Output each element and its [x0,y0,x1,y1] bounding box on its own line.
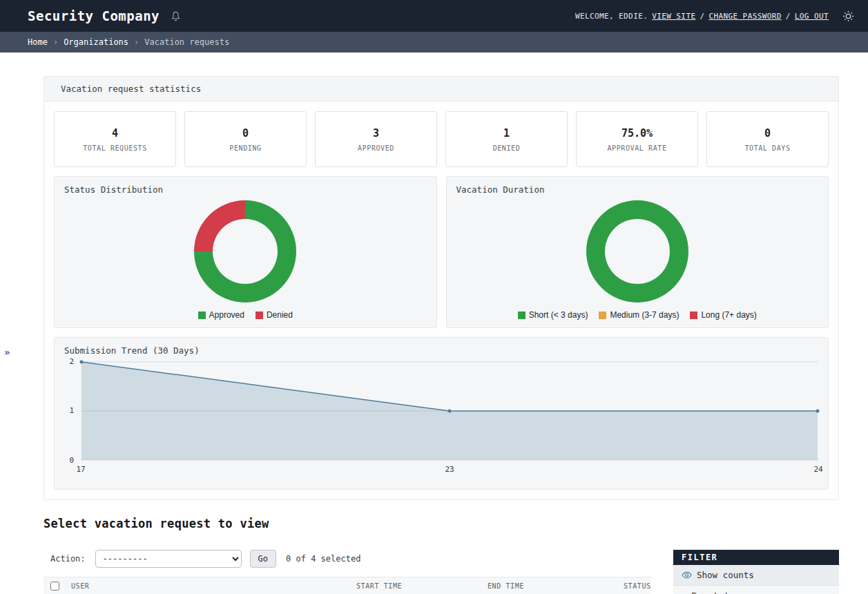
column-header-status[interactable]: STATUS [619,577,651,594]
filter-section-label: By status [691,591,740,594]
stat-value: 0 [764,127,771,140]
chart-title: Status Distribution [64,184,427,195]
status-distribution-legend: Approved Denied [64,310,427,320]
action-label: Action: [50,554,86,564]
x-tick: 24 [813,465,822,474]
donut-hole [605,219,670,284]
app-header: Security Company WELCOME, EDDIE. VIEW SI… [0,0,868,32]
legend-label: Short (< 3 days) [529,310,588,320]
eye-icon [682,571,692,579]
sidebar-expand-toggle[interactable]: » [4,347,10,357]
theme-toggle-sun-icon[interactable] [842,10,854,22]
legend-label: Long (7+ days) [701,310,756,320]
legend-item: Denied [255,310,293,320]
breadcrumb-home[interactable]: Home [28,37,48,47]
breadcrumb-separator: › [134,37,139,47]
user-tools: WELCOME, EDDIE. VIEW SITE / CHANGE PASSW… [575,10,854,22]
table-header-row: USER START TIME END TIME STATUS [44,577,651,594]
vacation-duration-legend: Short (< 3 days) Medium (3-7 days) Long … [456,310,819,320]
stat-pending: 0 PENDING [184,111,307,167]
filter-sidebar: FILTER Show counts ↓ By status [673,550,839,594]
column-header-start-time[interactable]: START TIME [352,577,483,594]
view-site-link[interactable]: VIEW SITE [652,12,695,21]
status-distribution-panel: Status Distribution Approved Denied [54,176,437,328]
stat-total-requests: 4 TOTAL REQUESTS [54,111,176,167]
statistics-module: Vacation request statistics 4 TOTAL REQU… [44,76,839,500]
legend-swatch-long [690,312,697,319]
changelist-column: Action: --------- Go 0 of 4 selected US [44,550,651,594]
legend-label: Approved [209,310,244,320]
show-counts-toggle[interactable]: Show counts [673,565,839,586]
y-tick: 2 [69,357,74,366]
legend-swatch-denied [255,312,263,319]
column-header-end-time[interactable]: END TIME [483,577,619,594]
trend-plot: 17 23 24 [81,361,818,477]
stat-value: 0 [242,127,249,140]
notification-bell-icon[interactable] [171,11,181,21]
chart-title: Vacation Duration [456,184,819,195]
actions-bar: Action: --------- Go 0 of 4 selected [44,550,651,568]
statistics-module-header: Vacation request statistics [44,77,838,102]
log-out-link[interactable]: LOG OUT [795,12,829,21]
stat-total-days: 0 TOTAL DAYS [706,111,829,167]
stat-label: APPROVED [358,144,394,152]
filter-title: FILTER [673,550,839,565]
stat-label: TOTAL DAYS [744,144,790,152]
stat-label: PENDING [229,144,261,152]
changelist-area: Action: --------- Go 0 of 4 selected US [44,550,839,594]
site-title[interactable]: Security Company [28,8,160,23]
stat-approval-rate: 75.0% APPROVAL RATE [576,111,698,167]
submission-trend-chart: 2 1 0 17 23 24 [64,361,818,477]
results-table: USER START TIME END TIME STATUS [44,577,651,594]
stat-value: 3 [373,127,379,140]
trend-line-svg [81,361,818,461]
legend-item: Short (< 3 days) [518,310,588,320]
column-header-user[interactable]: USER [67,577,352,594]
legend-swatch-approved [198,312,206,319]
legend-item: Approved [198,310,244,320]
go-button[interactable]: Go [250,550,276,568]
legend-item: Long (7+ days) [690,310,756,320]
selection-note: 0 of 4 selected [286,554,360,564]
vacation-duration-panel: Vacation Duration Short (< 3 days) Mediu… [446,176,829,328]
main-content: Vacation request statistics 4 TOTAL REQU… [0,52,868,594]
trend-x-axis: 17 23 24 [81,465,818,477]
trend-y-axis: 2 1 0 [64,361,75,461]
legend-swatch-medium [599,312,606,319]
breadcrumb-separator: › [53,37,58,47]
stat-value: 4 [112,127,118,140]
stat-label: DENIED [493,144,521,152]
welcome-text: WELCOME, EDDIE. [575,12,648,21]
submission-trend-panel: Submission Trend (30 Days) 2 1 0 17 23 2… [54,337,829,490]
stat-value: 1 [503,127,510,140]
stat-approved: 3 APPROVED [315,111,437,167]
legend-label: Medium (3-7 days) [610,310,679,320]
breadcrumb-current: Vacation requests [144,37,229,47]
tools-separator: / [786,12,791,21]
stat-boxes: 4 TOTAL REQUESTS 0 PENDING 3 APPROVED 1 … [54,111,829,167]
breadcrumb-organizations[interactable]: Organizations [64,37,128,47]
select-all-cell [44,577,67,594]
stat-label: APPROVAL RATE [607,144,666,152]
change-password-link[interactable]: CHANGE PASSWORD [708,12,781,21]
stat-value: 75.0% [621,127,653,140]
y-tick: 0 [69,456,74,465]
filter-section-by-status[interactable]: ↓ By status [673,586,839,594]
action-select[interactable]: --------- [95,550,242,568]
tools-separator: / [700,12,704,21]
legend-item: Medium (3-7 days) [599,310,679,320]
x-tick: 17 [76,465,85,474]
donut-hole [213,219,278,284]
legend-label: Denied [267,310,293,320]
select-all-checkbox[interactable] [50,582,59,591]
chart-title: Submission Trend (30 Days) [64,345,818,356]
status-distribution-donut [194,200,296,303]
donut-charts-row: Status Distribution Approved Denied [54,176,829,328]
vacation-duration-donut [586,200,688,303]
collapse-arrow-icon: ↓ [682,591,686,594]
legend-swatch-short [518,312,525,319]
show-counts-label: Show counts [697,570,754,580]
statistics-module-body: 4 TOTAL REQUESTS 0 PENDING 3 APPROVED 1 … [44,102,838,499]
stat-label: TOTAL REQUESTS [83,144,147,152]
y-tick: 1 [69,406,74,415]
